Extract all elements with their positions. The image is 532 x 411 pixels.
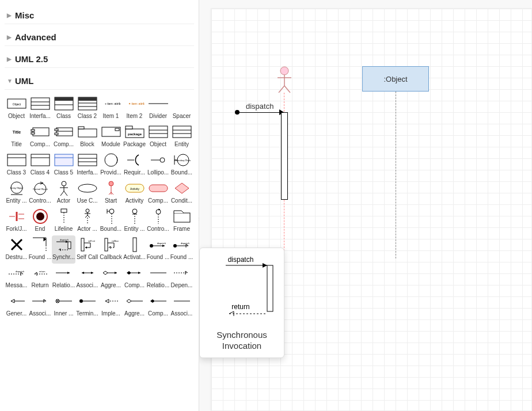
canvas-area[interactable]: :Object dispatch dispatch return Synchro… (199, 0, 532, 411)
dispatch-arrow-line[interactable] (236, 112, 282, 113)
svg-marker-134 (115, 272, 117, 274)
svg-rect-33 (173, 126, 191, 138)
shape-item[interactable]: Interfa... (28, 94, 52, 123)
shape-item[interactable]: + item: attributeItem 1 (99, 94, 123, 123)
shape-item[interactable]: Entity ... (123, 207, 146, 235)
shape-item[interactable]: Object (146, 123, 170, 151)
shape-label: Comp... (123, 282, 146, 291)
shape-item[interactable]: ActivityActivity (123, 179, 146, 207)
shape-item[interactable]: Comp... (146, 179, 170, 207)
object-lifeline[interactable] (396, 92, 396, 258)
shape-item[interactable]: Termin... (75, 292, 99, 320)
section-advanced[interactable]: ▶ Advanced (5, 29, 194, 46)
svg-marker-132 (103, 271, 108, 275)
shape-label: Module (99, 141, 123, 150)
shape-item[interactable]: Gener... (5, 292, 28, 320)
shape-item[interactable]: dispatchFound ... (146, 235, 170, 264)
shape-item[interactable]: ✦ item: attributeItem 2 (123, 94, 146, 123)
shape-item[interactable]: Relatio... (52, 264, 75, 292)
shape-item[interactable]: Comp... (28, 123, 52, 151)
object-box[interactable]: :Object (362, 66, 429, 92)
shape-item[interactable]: callbackCallback (99, 235, 123, 264)
shape-item[interactable]: Relatio... (146, 264, 170, 292)
shape-item[interactable]: Associ... (75, 264, 99, 292)
shapes-sidebar[interactable]: ▶ Misc ▶ Advanced ▶ UML 2.5 ▼ UML Object… (0, 0, 199, 411)
shape-item[interactable]: self callSelf Call (75, 235, 99, 264)
shape-item[interactable]: Class 3 (5, 151, 28, 179)
shape-thumb-icon: self call (77, 237, 98, 253)
shape-item[interactable]: packagePackage (123, 123, 146, 151)
shape-item[interactable]: Contro... (146, 207, 170, 235)
shape-item[interactable]: Class 5 (52, 151, 75, 179)
shape-item[interactable]: Destru... (5, 235, 28, 264)
section-misc[interactable]: ▶ Misc (5, 7, 194, 24)
shape-item[interactable]: dispatchMessa... (5, 264, 28, 292)
shape-item[interactable]: Class (52, 94, 75, 123)
shape-item[interactable]: Interfa... (75, 151, 99, 179)
shape-item[interactable]: Bound... (99, 207, 123, 235)
shape-item[interactable]: End (28, 207, 52, 235)
shape-item[interactable]: Block (75, 123, 99, 151)
tooltip-title: Synchronous Invocation (204, 328, 279, 353)
shape-item[interactable]: Comp... (146, 292, 170, 320)
shape-label: Destru... (5, 254, 28, 262)
activation-bar[interactable] (281, 112, 288, 200)
shape-item[interactable]: Module (99, 123, 123, 151)
shape-item[interactable]: Requir... (123, 151, 146, 179)
shape-item[interactable]: Depen... (170, 264, 193, 292)
shape-thumb-icon (148, 124, 169, 140)
shape-thumb-icon (124, 237, 145, 253)
shape-item[interactable]: Aggre... (99, 264, 123, 292)
shape-item[interactable]: Activat... (123, 235, 146, 264)
shape-item[interactable]: returnReturn (28, 264, 52, 292)
shape-thumb-icon: ✦ item: attribute (124, 96, 145, 112)
shape-item[interactable]: Imple... (99, 292, 123, 320)
svg-point-64 (109, 181, 113, 186)
shape-item[interactable]: Associ... (28, 292, 52, 320)
shape-label: Imple... (99, 310, 123, 319)
shape-item[interactable]: Inner ... (52, 292, 75, 320)
shape-item[interactable]: Lollipo... (146, 151, 170, 179)
shape-item[interactable]: Entity ObjectEntity ... (5, 179, 28, 207)
shape-item[interactable]: dispatchFound ... (170, 235, 193, 264)
shape-label: Item 2 (123, 113, 146, 121)
shape-item[interactable]: TitleTitle (5, 123, 28, 151)
shape-item[interactable]: Entity (170, 123, 193, 151)
shape-item[interactable]: dispatchSynchr... (52, 235, 75, 264)
shape-item[interactable]: Use C... (75, 179, 99, 207)
shape-item[interactable]: Associ... (170, 292, 193, 320)
shape-thumb-icon (77, 293, 98, 309)
shape-item[interactable]: Boundary ObjectBound... (170, 151, 193, 179)
shape-item[interactable]: Found ... (28, 235, 52, 264)
shape-item[interactable]: Class 4 (28, 151, 52, 179)
svg-line-62 (64, 191, 67, 196)
shape-item[interactable]: Start (99, 179, 123, 207)
svg-point-88 (132, 209, 137, 214)
section-uml[interactable]: ▼ UML (5, 73, 194, 90)
shape-label: End (28, 226, 52, 234)
svg-text:self call: self call (88, 239, 95, 242)
shape-item[interactable]: Actor ... (75, 207, 99, 235)
shape-label: Provid... (99, 169, 123, 178)
shape-item[interactable]: Actor (52, 179, 75, 207)
shape-item[interactable]: ObjectObject (5, 94, 28, 123)
shape-item[interactable]: Control ObjectContro... (28, 179, 52, 207)
shape-item[interactable]: Class 2 (75, 94, 99, 123)
section-uml25[interactable]: ▶ UML 2.5 (5, 51, 194, 68)
shape-item[interactable]: Divider (146, 94, 170, 123)
shape-item[interactable]: Fork/J... (5, 207, 28, 235)
shape-item[interactable]: Condit... (170, 179, 193, 207)
svg-text:dispatch: dispatch (60, 238, 69, 241)
svg-rect-23 (78, 129, 97, 137)
shape-item[interactable]: Spacer (170, 94, 193, 123)
shape-item[interactable]: Frame (170, 207, 193, 235)
shape-item[interactable]: Provid... (99, 151, 123, 179)
shape-item[interactable]: Lifeline (52, 207, 75, 235)
actor-shape[interactable] (276, 66, 293, 94)
shape-thumb-icon (148, 265, 169, 281)
shape-item[interactable]: Aggre... (123, 292, 146, 320)
shape-item[interactable]: Comp... (123, 264, 146, 292)
shape-label: Self Call (75, 254, 99, 262)
shape-item[interactable]: Comp... (52, 123, 75, 151)
svg-rect-21 (55, 129, 58, 131)
